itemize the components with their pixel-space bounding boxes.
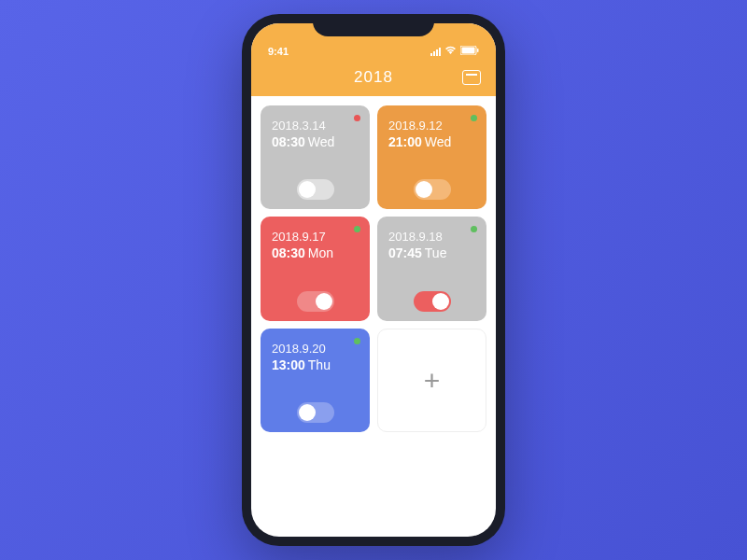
card-time: 08:30Mon (272, 245, 359, 260)
card-date: 2018.9.18 (388, 230, 475, 244)
card-date: 2018.9.20 (272, 342, 359, 356)
add-alarm-button[interactable]: + (377, 329, 486, 432)
card-date: 2018.9.12 (388, 119, 475, 133)
svg-rect-2 (477, 49, 479, 52)
status-indicators (430, 46, 479, 57)
card-time: 21:00Wed (388, 134, 475, 149)
card-date: 2018.3.14 (272, 119, 359, 133)
plus-icon: + (424, 365, 441, 397)
card-time: 07:45Tue (388, 245, 475, 260)
alarm-card[interactable]: 2018.3.14 08:30Wed (261, 105, 370, 209)
alarm-toggle[interactable] (297, 402, 334, 423)
alarm-card[interactable]: 2018.9.17 08:30Mon (261, 217, 370, 320)
wifi-icon (444, 46, 457, 57)
card-time: 08:30Wed (272, 134, 359, 149)
phone-frame: 9:41 2018 2018.3.14 08:30Wed (242, 14, 505, 546)
card-time: 13:00Thu (272, 357, 359, 372)
alarm-card[interactable]: 2018.9.12 21:00Wed (377, 105, 486, 209)
signal-icon (430, 48, 441, 56)
calendar-icon[interactable] (462, 70, 481, 85)
battery-icon (460, 46, 479, 57)
page-title: 2018 (354, 68, 393, 87)
alarm-card[interactable]: 2018.9.20 13:00Thu (261, 329, 370, 432)
card-date: 2018.9.17 (272, 230, 359, 244)
alarm-toggle[interactable] (297, 179, 334, 200)
notch (313, 14, 434, 36)
alarm-toggle[interactable] (297, 291, 334, 312)
alarm-toggle[interactable] (414, 291, 451, 312)
card-grid: 2018.3.14 08:30Wed 2018.9.12 21:00Wed 20… (251, 96, 496, 441)
alarm-toggle[interactable] (414, 179, 451, 200)
screen: 9:41 2018 2018.3.14 08:30Wed (251, 23, 496, 537)
alarm-card[interactable]: 2018.9.18 07:45Tue (377, 217, 486, 320)
header: 2018 (251, 59, 496, 96)
svg-rect-1 (462, 48, 475, 54)
status-time: 9:41 (268, 46, 289, 57)
